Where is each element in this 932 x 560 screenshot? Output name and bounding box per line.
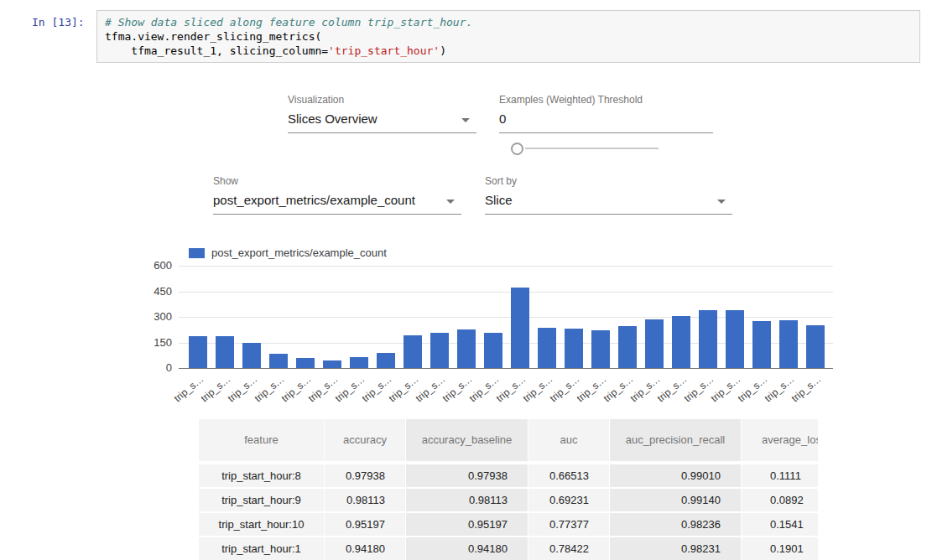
metric-cell: 0.97938 [325, 464, 406, 487]
threshold-value: 0 [499, 106, 713, 133]
bar[interactable] [565, 329, 583, 368]
metric-cell: 0.94180 [406, 537, 528, 560]
chevron-down-icon [717, 200, 726, 204]
sort-by-dropdown[interactable]: Sort by Slice [485, 175, 732, 215]
bar[interactable] [779, 320, 798, 368]
y-axis-tick-label: 0 [130, 361, 172, 374]
metric-cell: 0.66513 [528, 464, 610, 487]
bar[interactable] [189, 336, 207, 368]
sort-by-label: Sort by [485, 175, 732, 187]
bar[interactable] [404, 335, 422, 368]
metric-cell: 0.98113 [406, 489, 528, 511]
input-prompt: In [13]: [32, 16, 85, 29]
column-header[interactable]: feature [199, 419, 325, 461]
feature-cell: trip_start_hour:10 [199, 513, 325, 536]
column-header[interactable]: accuracy [325, 419, 406, 461]
table-row: trip_start_hour:10.941800.941800.784220.… [199, 537, 818, 560]
bar[interactable] [538, 328, 556, 368]
code-comment: # Show data sliced along feature column … [105, 16, 472, 29]
bar[interactable] [511, 288, 529, 368]
visualization-label: Visualization [288, 94, 476, 106]
x-axis-label: trip_s… [279, 373, 313, 404]
bar[interactable] [752, 321, 771, 368]
x-axis-label: trip_s… [332, 373, 367, 404]
x-axis-label: trip_s… [225, 373, 259, 404]
threshold-slider[interactable] [511, 143, 659, 154]
bar[interactable] [699, 310, 717, 368]
table-row: trip_start_hour:80.979380.979380.665130.… [199, 464, 818, 487]
chart-legend: post_export_metrics/example_count [189, 246, 387, 259]
metric-cell: 0.69231 [528, 489, 610, 511]
code-line-3-end: ) [440, 44, 446, 57]
visualization-value: Slices Overview [288, 106, 476, 133]
bar[interactable] [484, 333, 502, 368]
feature-cell: trip_start_hour:8 [199, 464, 325, 487]
metric-cell: 0.98236 [610, 513, 742, 536]
metric-cell: 0.99010 [610, 464, 742, 487]
x-axis-label: trip_s… [252, 373, 286, 404]
show-label: Show [213, 175, 461, 187]
sort-by-value: Slice [485, 187, 732, 215]
bar[interactable] [457, 329, 476, 368]
y-axis-tick-label: 600 [130, 259, 172, 272]
metric-cell: 0.97938 [406, 464, 528, 487]
bar[interactable] [216, 336, 234, 368]
bar[interactable] [296, 358, 315, 368]
legend-swatch [189, 248, 205, 258]
x-axis-label: trip_s… [171, 373, 206, 404]
column-header[interactable]: average_los [742, 419, 818, 461]
x-axis-label: trip_s… [493, 373, 528, 404]
visualization-dropdown[interactable]: Visualization Slices Overview [288, 94, 476, 133]
bar[interactable] [618, 326, 637, 368]
metric-cell: 0.98231 [610, 537, 742, 560]
code-cell[interactable]: # Show data sliced along feature column … [96, 10, 920, 63]
slider-knob[interactable] [511, 143, 523, 155]
bar[interactable] [645, 319, 664, 368]
bar[interactable] [269, 354, 288, 368]
metric-cell: 0.78422 [528, 537, 610, 560]
legend-label: post_export_metrics/example_count [211, 246, 387, 259]
bar[interactable] [242, 343, 261, 368]
bar-chart: 0150300450600trip_s…trip_s…trip_s…trip_s… [179, 266, 833, 368]
metric-cell: 0.95197 [406, 513, 528, 536]
metric-cell: 0.95197 [325, 513, 406, 536]
bar[interactable] [377, 353, 395, 368]
x-axis-label: trip_s… [386, 373, 420, 404]
code-line-3: tfma_result_1, slicing_column= [105, 44, 328, 57]
bar[interactable] [672, 316, 690, 368]
bar[interactable] [323, 360, 341, 368]
x-axis-label: trip_s… [359, 373, 393, 404]
column-header[interactable]: auc [528, 419, 610, 461]
metric-cell: 0.1111 [742, 464, 818, 487]
column-header[interactable]: accuracy_baseline [406, 419, 528, 461]
bar[interactable] [430, 333, 449, 368]
bar[interactable] [726, 310, 744, 368]
threshold-input[interactable]: Examples (Weighted) Threshold 0 [499, 94, 713, 133]
x-axis-label: trip_s… [654, 373, 689, 404]
table-row: trip_start_hour:100.951970.951970.773770… [199, 513, 818, 536]
x-axis-label: trip_s… [627, 373, 662, 404]
x-axis-label: trip_s… [440, 373, 474, 404]
gridline [179, 266, 833, 267]
x-axis-label: trip_s… [681, 373, 716, 404]
x-axis-label: trip_s… [520, 373, 555, 404]
metric-cell: 0.1901 [742, 537, 818, 560]
show-metric-dropdown[interactable]: Show post_export_metrics/example_count [213, 175, 461, 215]
metric-cell: 0.0892 [742, 489, 818, 511]
metric-cell: 0.77377 [528, 513, 610, 536]
x-axis-label: trip_s… [198, 373, 232, 404]
y-axis-tick-label: 300 [130, 310, 172, 323]
chevron-down-icon [446, 200, 455, 204]
column-header[interactable]: auc_precision_recall [610, 419, 742, 461]
x-axis-label: trip_s… [789, 373, 823, 404]
bar[interactable] [350, 357, 368, 368]
table-row: trip_start_hour:90.981130.981130.692310.… [199, 489, 818, 511]
bar[interactable] [591, 330, 610, 368]
x-axis-label: trip_s… [574, 373, 608, 404]
metric-cell: 0.1541 [742, 513, 818, 536]
feature-cell: trip_start_hour:1 [199, 537, 325, 560]
feature-cell: trip_start_hour:9 [199, 489, 325, 511]
bar[interactable] [806, 325, 825, 368]
gridline [179, 368, 833, 369]
code-string-literal: 'trip_start_hour' [328, 44, 440, 57]
